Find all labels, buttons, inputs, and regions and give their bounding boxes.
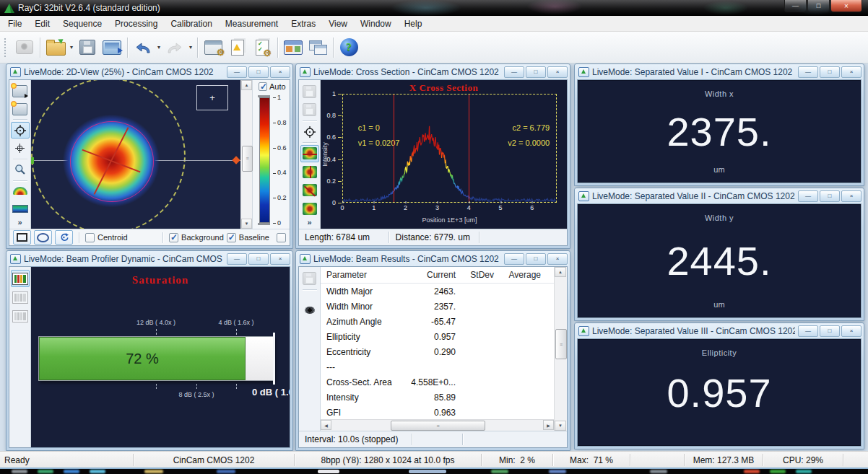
- cross-section-plot[interactable]: X Cross Section Intensity: [321, 80, 567, 229]
- menu-item-processing[interactable]: Processing: [108, 17, 164, 31]
- results-table-header[interactable]: Parameter Current StDev Average: [321, 267, 554, 284]
- toolbar-grip-handle[interactable]: [4, 38, 8, 57]
- cascade-windows-button[interactable]: [306, 35, 329, 60]
- histogram-button[interactable]: [11, 289, 30, 306]
- axes-tool-button[interactable]: [11, 140, 30, 157]
- restore-button[interactable]: □: [820, 190, 840, 202]
- device-settings-button[interactable]: ⚙: [201, 35, 225, 60]
- table-row[interactable]: Intensity85.89: [321, 390, 554, 405]
- table-row[interactable]: Width Minor2357.: [321, 299, 554, 314]
- close-button[interactable]: ×: [830, 0, 862, 12]
- column-current[interactable]: Current: [407, 270, 459, 280]
- restore-button[interactable]: □: [526, 66, 546, 78]
- image-scrollbar[interactable]: ▲ ≡ ▼: [240, 80, 252, 229]
- save-data-button[interactable]: [300, 101, 319, 118]
- copy-image-button[interactable]: [11, 101, 30, 118]
- export-image-button[interactable]: [11, 83, 30, 100]
- measurement-settings-button[interactable]: ✓✓⚙: [251, 35, 274, 60]
- table-row[interactable]: Eccentricity0.290: [321, 344, 554, 359]
- redo-dropdown[interactable]: ▾: [187, 35, 194, 60]
- menu-item-edit[interactable]: Edit: [28, 17, 56, 31]
- x-cross-section-button[interactable]: [300, 145, 319, 162]
- restore-button[interactable]: □: [807, 0, 830, 12]
- undo-dropdown[interactable]: ▾: [155, 35, 162, 60]
- menu-item-window[interactable]: Window: [354, 17, 398, 31]
- scroll-up-button[interactable]: ▲: [241, 80, 252, 90]
- 2d-view-titlebar[interactable]: LiveMode: 2D-View (25%) - CinCam CMOS 12…: [6, 64, 292, 79]
- minimize-button[interactable]: —: [798, 190, 818, 202]
- menu-item-sequence[interactable]: Sequence: [56, 17, 108, 31]
- cursor-right-marker[interactable]: [232, 156, 240, 164]
- save-button[interactable]: [76, 35, 99, 60]
- acquire-device-button[interactable]: [13, 35, 36, 60]
- menu-item-file[interactable]: File: [1, 17, 28, 31]
- 3d-view-button[interactable]: [11, 183, 30, 199]
- restore-button[interactable]: □: [526, 253, 546, 265]
- separated-value-3-titlebar[interactable]: LiveMode: Separated Value III - CinCam C…: [575, 323, 864, 338]
- column-average[interactable]: Average: [497, 270, 544, 280]
- minimize-button[interactable]: —: [504, 66, 524, 78]
- crosshair-tool-button[interactable]: [11, 122, 30, 139]
- app-titlebar[interactable]: RayCi 32bit V2.6.4 (standard edition) —□…: [0, 0, 868, 16]
- report-button[interactable]: [226, 35, 249, 60]
- plot-rect[interactable]: c1 = 0 v1 = 0.0207 c2 = 6.779 v2 = 0.000…: [342, 94, 557, 203]
- save-profile-button[interactable]: [300, 83, 319, 100]
- cursor-left-marker[interactable]: [31, 157, 34, 164]
- redo-button[interactable]: [163, 35, 186, 60]
- extra-checkbox[interactable]: [277, 233, 286, 242]
- minimize-button[interactable]: —: [504, 253, 524, 265]
- minimize-button[interactable]: —: [798, 325, 818, 337]
- close-button[interactable]: ×: [841, 325, 862, 337]
- minimize-button[interactable]: —: [227, 253, 247, 265]
- open-dropdown[interactable]: ▾: [68, 35, 75, 60]
- colormap-button[interactable]: [11, 201, 30, 217]
- trend-button[interactable]: [11, 307, 30, 325]
- close-button[interactable]: ×: [270, 253, 290, 265]
- close-button[interactable]: ×: [547, 253, 568, 265]
- table-row[interactable]: ---: [321, 359, 554, 374]
- export-display-button[interactable]: [100, 35, 123, 60]
- scroll-down-button[interactable]: ▼: [241, 219, 252, 229]
- column-stdev[interactable]: StDev: [459, 270, 497, 280]
- more-tools-button[interactable]: »: [17, 218, 22, 227]
- save-results-button[interactable]: [300, 270, 319, 287]
- diagonal-cross-section-button[interactable]: [300, 182, 319, 198]
- table-vscrollbar[interactable]: ▲ ≡ ▼: [554, 267, 567, 431]
- rect-roi-button[interactable]: [13, 230, 31, 245]
- close-button[interactable]: ×: [841, 190, 862, 202]
- close-button[interactable]: ×: [547, 66, 568, 78]
- scroll-thumb[interactable]: ≡: [555, 329, 567, 359]
- menu-item-help[interactable]: Help: [398, 17, 429, 31]
- y-cross-section-button[interactable]: [300, 164, 319, 180]
- width-marker-line[interactable]: [469, 95, 469, 202]
- menu-item-view[interactable]: View: [322, 17, 354, 31]
- free-cross-section-button[interactable]: [300, 201, 319, 217]
- column-parameter[interactable]: Parameter: [326, 270, 407, 280]
- table-row[interactable]: GFI0.963: [321, 405, 554, 419]
- ellipse-roi-button[interactable]: [34, 230, 52, 245]
- minimize-button[interactable]: —: [798, 66, 818, 78]
- image-browser-button[interactable]: [282, 35, 305, 60]
- beam-results-titlebar[interactable]: LiveMode: Beam Results - CinCam CMOS 120…: [296, 251, 570, 266]
- cross-section-titlebar[interactable]: LiveMode: Cross Section - CinCam CMOS 12…: [296, 64, 570, 79]
- zoom-tool-button[interactable]: [11, 162, 30, 178]
- visibility-button[interactable]: [300, 302, 319, 319]
- scroll-down-button[interactable]: ▼: [555, 421, 566, 431]
- centroid-checkbox[interactable]: Centroid: [85, 233, 128, 242]
- scroll-left-button[interactable]: ◀: [321, 420, 331, 430]
- scroll-thumb[interactable]: ≡: [242, 146, 253, 172]
- baseline-checkbox[interactable]: Baseline: [227, 233, 269, 242]
- open-button[interactable]: [44, 35, 67, 60]
- menu-item-calibration[interactable]: Calibration: [164, 17, 218, 31]
- scroll-up-button[interactable]: ▲: [555, 267, 566, 277]
- undo-button[interactable]: [131, 35, 155, 60]
- table-row[interactable]: Ellipticity0.957: [321, 329, 554, 344]
- restore-button[interactable]: □: [820, 325, 840, 337]
- table-hscrollbar[interactable]: ◀ ≡ ▶: [321, 419, 554, 431]
- separated-value-1-titlebar[interactable]: LiveMode: Separated Value I - CinCam CMO…: [575, 64, 864, 79]
- restore-button[interactable]: □: [820, 66, 840, 78]
- restore-button[interactable]: □: [248, 66, 269, 78]
- scroll-right-button[interactable]: ▶: [543, 420, 554, 430]
- menu-item-measurement[interactable]: Measurement: [219, 17, 285, 31]
- minimize-button[interactable]: —: [227, 66, 247, 78]
